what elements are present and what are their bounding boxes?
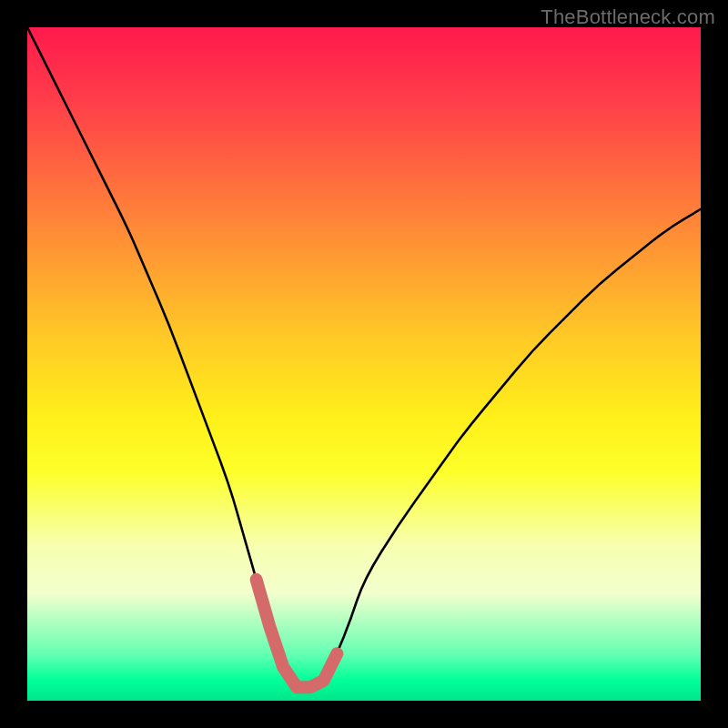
bottleneck-curve xyxy=(27,27,701,687)
watermark-text: TheBottleneck.com xyxy=(541,5,715,29)
valley-highlight xyxy=(257,580,338,687)
chart-frame: TheBottleneck.com xyxy=(0,0,728,728)
curve-layer xyxy=(27,27,701,701)
plot-area xyxy=(27,27,701,701)
